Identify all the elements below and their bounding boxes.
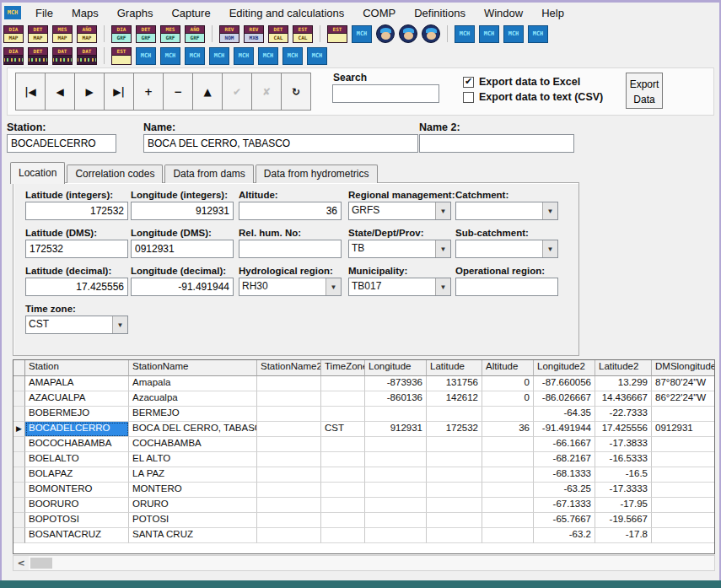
nav-last-button[interactable]: ▶| [104, 73, 134, 111]
grid-cell[interactable]: -16.5333 [595, 452, 652, 467]
grid-cell[interactable]: -64.35 [534, 407, 595, 422]
mch-tool-6-icon[interactable]: MCH [136, 47, 156, 65]
chevron-down-icon[interactable]: ▼ [435, 202, 450, 219]
grid-cell[interactable]: BOPOTOSI [25, 513, 129, 528]
grid-cell[interactable]: ORURO [129, 498, 257, 513]
grid-cell[interactable]: COCHABAMBA [129, 437, 257, 452]
grid-header-latitude2[interactable]: Latitude2 [595, 360, 652, 376]
latitude-integers-input[interactable] [25, 202, 128, 220]
grid-cell[interactable]: 86°22'24"W [652, 391, 715, 407]
chevron-down-icon[interactable]: ▼ [326, 278, 341, 295]
nav-insert-button[interactable]: + [133, 73, 164, 111]
scrollbar-thumb[interactable] [30, 558, 52, 569]
tab-data-from-hydrometrics[interactable]: Data from hydrometrics [256, 165, 378, 183]
chevron-down-icon[interactable]: ▼ [435, 240, 450, 257]
detail-calc-icon[interactable]: DETCAL [268, 25, 288, 43]
grid-cell[interactable]: -19.5667 [595, 513, 652, 528]
station-input[interactable] [7, 134, 116, 153]
row-selector-cell[interactable] [13, 498, 25, 513]
grid-cell[interactable] [365, 498, 427, 513]
grid-cell[interactable] [652, 437, 715, 452]
grid-horizontal-scrollbar[interactable]: < [13, 555, 715, 571]
grid-cell[interactable]: BOORURO [25, 498, 129, 513]
monthly-graph-icon[interactable]: MESGRF [160, 25, 180, 43]
grid-cell[interactable] [652, 407, 715, 422]
grid-cell[interactable] [365, 407, 427, 422]
row-selector-cell[interactable] [13, 467, 25, 483]
mch-tool-7-icon[interactable]: MCH [160, 47, 180, 65]
latitude-decimal-input[interactable] [25, 278, 128, 296]
grid-cell[interactable] [427, 498, 482, 513]
grid-cell[interactable] [257, 437, 321, 452]
detail-data-icon[interactable]: DET [28, 47, 48, 65]
grid-cell[interactable]: 17.425556 [595, 422, 652, 437]
grid-cell[interactable] [257, 528, 321, 543]
mch-tool-13-icon[interactable]: MCH [307, 47, 327, 65]
row-selector-cell[interactable] [13, 391, 25, 407]
grid-cell[interactable]: 36 [482, 422, 534, 437]
grid-cell[interactable] [365, 483, 427, 498]
grid-cell[interactable] [321, 513, 365, 528]
mch-tool-2-icon[interactable]: MCH [455, 25, 475, 43]
table-row[interactable]: BOBERMEJOBERMEJO-64.35-22.7333 [13, 407, 714, 422]
grid-cell[interactable] [652, 528, 715, 543]
menu-help[interactable]: Help [532, 5, 573, 21]
grid-cell[interactable] [257, 498, 321, 513]
grid-cell[interactable] [427, 528, 482, 543]
grid-cell[interactable] [321, 437, 365, 452]
stations-icon[interactable]: EST [327, 25, 347, 43]
grid-cell[interactable]: MONTERO [129, 483, 257, 498]
grid-cell[interactable] [321, 391, 365, 407]
menu-capture[interactable]: Capture [162, 5, 219, 21]
mch-tool-5-icon[interactable]: MCH [528, 25, 548, 43]
chevron-down-icon[interactable]: ▼ [435, 278, 450, 295]
grid-cell[interactable]: -87.660056 [534, 376, 595, 391]
monthly-map-icon[interactable]: MESMAP [52, 25, 73, 43]
detail-graph-icon[interactable]: DETGRF [136, 25, 156, 43]
grid-cell[interactable] [257, 376, 321, 391]
altitude-input[interactable] [239, 202, 342, 220]
grid-cell[interactable]: BOLAPAZ [25, 467, 129, 483]
grid-cell[interactable] [365, 528, 427, 543]
grid-cell[interactable]: 0 [482, 391, 534, 407]
tab-data-from-dams[interactable]: Data from dams [164, 165, 253, 183]
grid-header-stationname[interactable]: StationName [129, 360, 257, 376]
grid-cell[interactable] [482, 528, 534, 543]
nav-refresh-button[interactable]: ↻ [281, 73, 311, 111]
globe-1-icon[interactable] [376, 24, 395, 43]
grid-cell[interactable]: EL ALTO [129, 452, 257, 467]
grid-cell[interactable]: BOBERMEJO [25, 407, 129, 422]
grid-cell[interactable]: SANTA CRUZ [129, 528, 257, 543]
row-selector-cell[interactable] [13, 528, 25, 543]
grid-cell[interactable] [427, 513, 482, 528]
table-row[interactable]: BOCOCHABAMBACOCHABAMBA-66.1667-17.3833 [13, 437, 714, 452]
detail-map-icon[interactable]: DETMAP [28, 25, 48, 43]
grid-cell[interactable]: AZACUALPA [25, 391, 129, 407]
grid-cell[interactable] [365, 513, 427, 528]
table-row[interactable]: AMAPALAAmapala-8739361317560-87.66005613… [13, 376, 714, 391]
mch-tool-3-icon[interactable]: MCH [479, 25, 499, 43]
grid-cell[interactable] [482, 437, 534, 452]
grid-cell[interactable]: -86.026667 [534, 391, 595, 407]
daily-graph-icon[interactable]: DIAGRF [111, 25, 132, 43]
catchment-select[interactable]: ▼ [455, 202, 558, 220]
table-row[interactable]: BOORUROORURO-67.1333-17.95 [13, 498, 714, 513]
grid-cell[interactable] [365, 452, 427, 467]
table-row[interactable]: BOELALTOEL ALTO-68.2167-16.5333 [13, 452, 714, 467]
table-row[interactable]: BOPOTOSIPOTOSI-65.7667-19.5667 [13, 513, 714, 528]
grid-header-longitude[interactable]: Longitude [365, 360, 427, 376]
nav-next-button[interactable]: ▶ [74, 73, 105, 111]
time-zone-select[interactable]: CST ▼ [25, 316, 128, 334]
grid-cell[interactable]: POTOSI [129, 513, 257, 528]
grid-cell[interactable] [321, 528, 365, 543]
station-calc-icon[interactable]: ESTCAL [293, 25, 313, 43]
mch-tool-4-icon[interactable]: MCH [503, 25, 524, 43]
grid-cell[interactable] [482, 513, 534, 528]
grid-cell[interactable]: 13.299 [595, 376, 652, 391]
row-selector-cell[interactable] [13, 513, 25, 528]
longitude-decimal-input[interactable] [131, 278, 234, 296]
review-nom-icon[interactable]: REVNOM [219, 25, 239, 43]
grid-cell[interactable] [427, 467, 482, 483]
grid-cell[interactable]: -17.3333 [595, 483, 652, 498]
menu-definitions[interactable]: Definitions [405, 5, 475, 21]
